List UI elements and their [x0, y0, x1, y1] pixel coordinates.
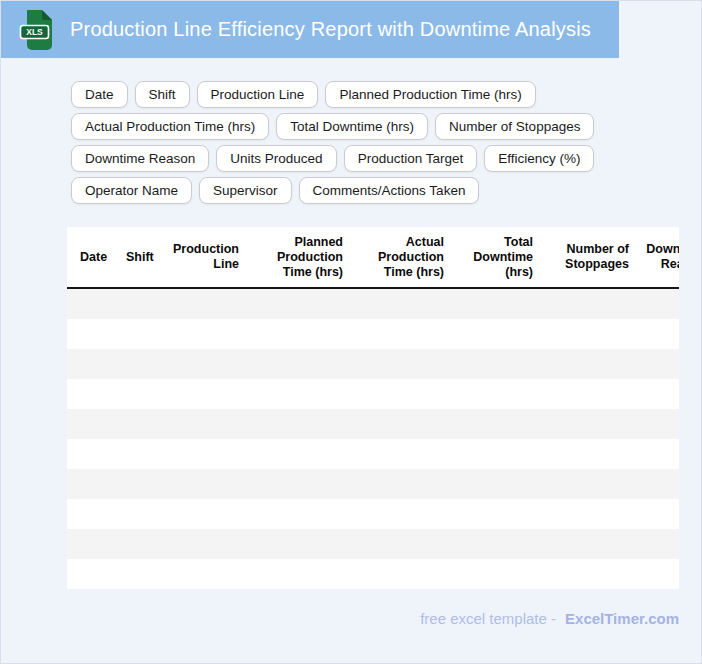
table-cell — [546, 499, 642, 529]
table-cell — [457, 439, 546, 469]
table-cell — [356, 529, 457, 559]
table-cell — [356, 349, 457, 379]
column-chip-supervisor[interactable]: Supervisor — [199, 177, 292, 204]
table-cell — [356, 319, 457, 349]
table-cell — [457, 469, 546, 499]
table-row — [67, 409, 679, 439]
xls-icon-label: XLS — [26, 27, 43, 37]
table-cell — [356, 379, 457, 409]
table-cell — [457, 499, 546, 529]
table-cell — [67, 379, 113, 409]
template-preview-page: XLS Production Line Efficiency Report wi… — [0, 0, 702, 664]
table-cell — [546, 349, 642, 379]
table-cell — [642, 499, 679, 529]
table-row — [67, 288, 679, 319]
footer-text: free excel template - — [420, 610, 556, 627]
footer-brand-link[interactable]: ExcelTimer.com — [565, 610, 679, 627]
table-cell — [113, 409, 160, 439]
table-cell — [67, 529, 113, 559]
table-cell — [356, 499, 457, 529]
column-chip-operator-name[interactable]: Operator Name — [71, 177, 192, 204]
column-chip-production-line[interactable]: Production Line — [197, 81, 319, 108]
chip-row: Actual Production Time (hrs)Total Downti… — [71, 113, 701, 140]
table-row — [67, 439, 679, 469]
table-cell — [67, 559, 113, 589]
table-cell — [252, 409, 356, 439]
column-chip-actual-production-time-hrs[interactable]: Actual Production Time (hrs) — [71, 113, 269, 140]
column-chip-date[interactable]: Date — [71, 81, 128, 108]
column-chip-number-of-stoppages[interactable]: Number of Stoppages — [435, 113, 594, 140]
table-cell — [457, 319, 546, 349]
table-cell — [113, 469, 160, 499]
table-cell — [67, 439, 113, 469]
table-cell — [67, 288, 113, 319]
table-cell — [67, 349, 113, 379]
table-cell — [457, 349, 546, 379]
table-cell — [160, 288, 252, 319]
column-header-downtime-reason: Downtime Reason — [642, 227, 679, 288]
table-cell — [642, 529, 679, 559]
chip-row: DateShiftProduction LinePlanned Producti… — [71, 81, 701, 108]
table-cell — [356, 469, 457, 499]
table-cell — [252, 529, 356, 559]
table-cell — [642, 319, 679, 349]
column-header-total-downtime-hrs: Total Downtime (hrs) — [457, 227, 546, 288]
column-chip-downtime-reason[interactable]: Downtime Reason — [71, 145, 209, 172]
table-cell — [546, 439, 642, 469]
table-cell — [546, 319, 642, 349]
column-chip-comments-actions-taken[interactable]: Comments/Actions Taken — [299, 177, 480, 204]
table-cell — [160, 319, 252, 349]
table-cell — [160, 349, 252, 379]
table-cell — [160, 559, 252, 589]
table-cell — [546, 288, 642, 319]
table-cell — [546, 379, 642, 409]
footer: free excel template -ExcelTimer.com — [67, 609, 679, 628]
page-title: Production Line Efficiency Report with D… — [70, 18, 591, 41]
table-cell — [642, 409, 679, 439]
table-cell — [642, 349, 679, 379]
table-cell — [642, 379, 679, 409]
table-row — [67, 319, 679, 349]
table-cell — [252, 499, 356, 529]
table-cell — [160, 409, 252, 439]
table-cell — [252, 288, 356, 319]
column-chip-units-produced[interactable]: Units Produced — [216, 145, 336, 172]
table-cell — [113, 499, 160, 529]
column-chip-shift[interactable]: Shift — [135, 81, 190, 108]
column-chip-efficiency[interactable]: Efficiency (%) — [484, 145, 594, 172]
table-cell — [252, 349, 356, 379]
chip-row: Downtime ReasonUnits ProducedProduction … — [71, 145, 701, 172]
table-cell — [356, 559, 457, 589]
table-cell — [546, 409, 642, 439]
report-table-head: DateShiftProduction LinePlanned Producti… — [67, 227, 679, 288]
table-cell — [113, 349, 160, 379]
table-cell — [67, 409, 113, 439]
table-cell — [356, 409, 457, 439]
table-cell — [160, 379, 252, 409]
table-cell — [546, 559, 642, 589]
column-header-date: Date — [67, 227, 113, 288]
column-header-planned-production-time-hrs: Planned Production Time (hrs) — [252, 227, 356, 288]
table-cell — [546, 529, 642, 559]
table-cell — [457, 288, 546, 319]
table-cell — [356, 439, 457, 469]
table-cell — [113, 379, 160, 409]
table-cell — [160, 529, 252, 559]
column-header-number-of-stoppages: Number of Stoppages — [546, 227, 642, 288]
table-cell — [252, 379, 356, 409]
header-row: DateShiftProduction LinePlanned Producti… — [67, 227, 679, 288]
table-row — [67, 349, 679, 379]
table-cell — [457, 409, 546, 439]
table-row — [67, 379, 679, 409]
column-chip-production-target[interactable]: Production Target — [344, 145, 478, 172]
table-cell — [113, 439, 160, 469]
table-cell — [67, 319, 113, 349]
table-cell — [113, 559, 160, 589]
column-chip-planned-production-time-hrs[interactable]: Planned Production Time (hrs) — [325, 81, 535, 108]
table-cell — [457, 529, 546, 559]
table-row — [67, 559, 679, 589]
column-chip-total-downtime-hrs[interactable]: Total Downtime (hrs) — [276, 113, 428, 140]
chip-row: Operator NameSupervisorComments/Actions … — [71, 177, 701, 204]
table-cell — [252, 469, 356, 499]
column-header-shift: Shift — [113, 227, 160, 288]
